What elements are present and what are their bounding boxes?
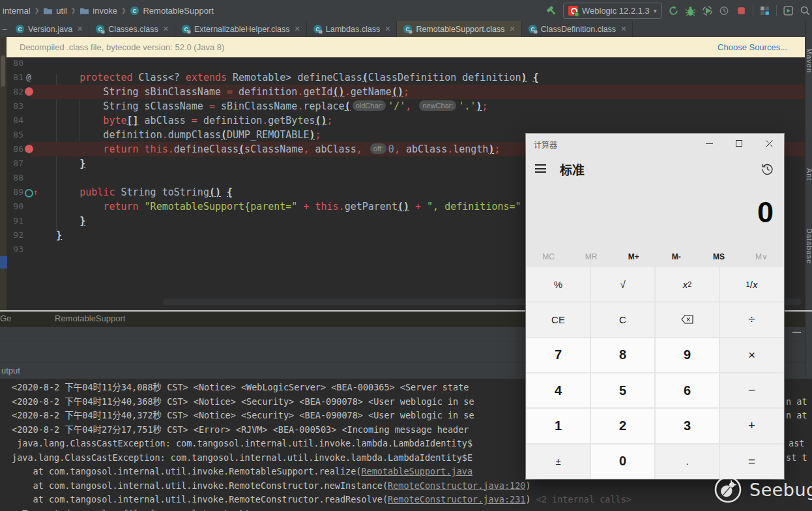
calc-key-0[interactable]: 0 xyxy=(591,445,654,478)
console-text: <2020-8-2 下午04时11分40,372秒 CST> <Notice> … xyxy=(12,410,474,420)
calc-key-.[interactable]: . xyxy=(656,445,719,478)
calc-key-4[interactable]: 4 xyxy=(527,373,590,407)
debug-icon[interactable] xyxy=(685,5,696,16)
calculator-window-buttons xyxy=(694,134,784,153)
code-token: String sBinClassName xyxy=(103,86,227,98)
calc-key-2[interactable]: 2 xyxy=(591,409,654,443)
ide-window: internal❯util❯invoke❯CRemotableSupport W… xyxy=(0,0,812,511)
calc-key-3[interactable]: 3 xyxy=(656,409,719,443)
calc-key-8[interactable]: 8 xyxy=(591,338,654,372)
calc-key-÷[interactable]: ÷ xyxy=(720,302,783,336)
build-hammer-icon[interactable] xyxy=(546,5,557,16)
stacktrace-link[interactable]: RemoteConstructor.java:231 xyxy=(388,494,525,504)
console-text: <2 internal calls> xyxy=(536,494,631,504)
tool-stripe-database[interactable]: Database xyxy=(805,228,812,264)
code-token: + xyxy=(409,201,427,212)
tab-close-icon[interactable]: ✕ xyxy=(510,25,515,33)
tab-label: Version.java xyxy=(28,25,72,34)
breadcrumb-item[interactable]: RemotableSupport xyxy=(143,6,213,16)
minimize-button[interactable] xyxy=(694,134,724,153)
calc-key-−[interactable]: − xyxy=(720,373,783,407)
layout-windows-icon[interactable] xyxy=(759,5,770,16)
code-token: sBinClassName xyxy=(221,100,297,112)
stacktrace-link[interactable]: RemotableSupport.java xyxy=(361,466,472,476)
code-token: ) xyxy=(476,100,482,112)
close-button[interactable] xyxy=(754,134,784,153)
calc-key-⌫[interactable] xyxy=(656,302,719,336)
line-number: 90 xyxy=(7,199,23,214)
tab-close-icon[interactable]: ✕ xyxy=(295,25,300,33)
calc-key-+[interactable]: + xyxy=(720,409,783,443)
calc-key-5[interactable]: 5 xyxy=(591,373,654,407)
run-tool-window-icon[interactable] xyxy=(783,5,794,16)
selection-fragment xyxy=(0,256,7,269)
memory-button-mr[interactable]: MR xyxy=(570,248,612,265)
breadcrumb-item[interactable]: invoke xyxy=(93,6,117,16)
editor-tab[interactable]: CExternalizableHelper.class✕ xyxy=(175,21,307,37)
code-token: , xyxy=(405,100,417,112)
tool-stripe-ant[interactable]: Ant xyxy=(805,168,812,181)
tab-close-icon[interactable]: ✕ xyxy=(163,25,169,33)
rerun-icon[interactable] xyxy=(668,5,679,16)
calc-key-9[interactable]: 9 xyxy=(656,338,719,372)
breadcrumb-item[interactable]: util xyxy=(56,6,67,16)
memory-button-ms[interactable]: MS xyxy=(697,248,740,265)
code-token: definition xyxy=(203,115,262,126)
breadcrumb-item[interactable]: internal xyxy=(3,6,31,16)
tab-overflow-indicator[interactable]: – xyxy=(0,21,9,37)
editor-tab[interactable]: CRemotableSupport.class✕ xyxy=(397,21,521,37)
code-token: "RemotableSupport{parent=" xyxy=(145,201,298,212)
memory-button-m-[interactable]: M- xyxy=(655,248,697,265)
tab-close-icon[interactable]: ✕ xyxy=(620,25,626,33)
editor-tab[interactable]: CClasses.class✕ xyxy=(89,21,175,37)
left-scrollbar-thumb[interactable] xyxy=(1,55,5,87)
stacktrace-link[interactable]: RemoteConstructor.java:120 xyxy=(388,480,525,491)
seebug-logo-icon xyxy=(713,474,743,504)
output-tab-fragment[interactable]: utput xyxy=(1,366,20,375)
editor-tab[interactable]: CClassDefinition.class✕ xyxy=(522,21,633,37)
code-token: getName xyxy=(351,86,392,98)
code-token: + xyxy=(297,201,315,212)
history-icon[interactable] xyxy=(761,163,774,178)
code-token xyxy=(139,201,145,212)
code-token: getParent xyxy=(345,201,398,212)
calc-key-√[interactable]: √ xyxy=(591,267,654,301)
code-token: definition xyxy=(103,129,162,141)
breadcrumb: internal❯util❯invoke❯CRemotableSupport xyxy=(3,0,214,21)
parameter-hint: oldChar: xyxy=(353,100,386,111)
calc-key-1/x[interactable]: 1/x xyxy=(720,267,783,301)
code-token: = xyxy=(227,86,239,98)
editor-tab[interactable]: CLambdas.class✕ xyxy=(307,21,398,37)
profiler-icon[interactable] xyxy=(719,5,730,16)
tab-close-icon[interactable]: ✕ xyxy=(384,25,390,33)
calc-key-1[interactable]: 1 xyxy=(527,409,590,443)
calc-key-×[interactable]: × xyxy=(720,338,783,372)
run-config-selector[interactable]: Weblogic 12.2.1.3 ▾ xyxy=(563,3,662,19)
tab-close-icon[interactable]: ✕ xyxy=(77,25,83,33)
choose-sources-link[interactable]: Choose Sources... xyxy=(718,42,787,52)
calc-key-6[interactable]: 6 xyxy=(656,373,719,407)
tool-stripe-maven[interactable]: Maven xyxy=(805,48,812,73)
code-token: ; xyxy=(403,86,409,98)
memory-button-m+[interactable]: M+ xyxy=(613,248,655,265)
memory-button-mc[interactable]: MC xyxy=(527,248,570,265)
calculator-window[interactable]: 计算器 标准 0 MCMRM+M-MSM∨ %√x21/xCEC÷789×456… xyxy=(526,134,784,479)
stop-icon[interactable] xyxy=(736,5,747,16)
calc-key-CE[interactable]: CE xyxy=(527,302,590,336)
editor-tab[interactable]: CVersion.java✕ xyxy=(9,21,89,37)
calculator-mode[interactable]: 标准 xyxy=(560,160,585,178)
calc-key-7[interactable]: 7 xyxy=(527,338,590,372)
run-with-coverage-icon[interactable] xyxy=(702,5,713,16)
calc-key-±[interactable]: ± xyxy=(527,445,590,478)
calc-key-=[interactable]: = xyxy=(720,445,783,478)
calc-key-x²[interactable]: x2 xyxy=(656,267,719,301)
memory-button-m∨[interactable]: M∨ xyxy=(740,248,783,265)
seebug-watermark: Seebug xyxy=(713,474,812,504)
menu-hamburger-icon[interactable] xyxy=(535,164,546,175)
hide-panel-icon[interactable] xyxy=(792,332,801,333)
calc-key-C[interactable]: C xyxy=(591,302,654,336)
search-icon[interactable] xyxy=(800,5,811,16)
maximize-button[interactable] xyxy=(724,134,754,153)
debug-session-tab[interactable]: RemotableSupport xyxy=(55,314,125,323)
calc-key-%[interactable]: % xyxy=(527,267,590,301)
